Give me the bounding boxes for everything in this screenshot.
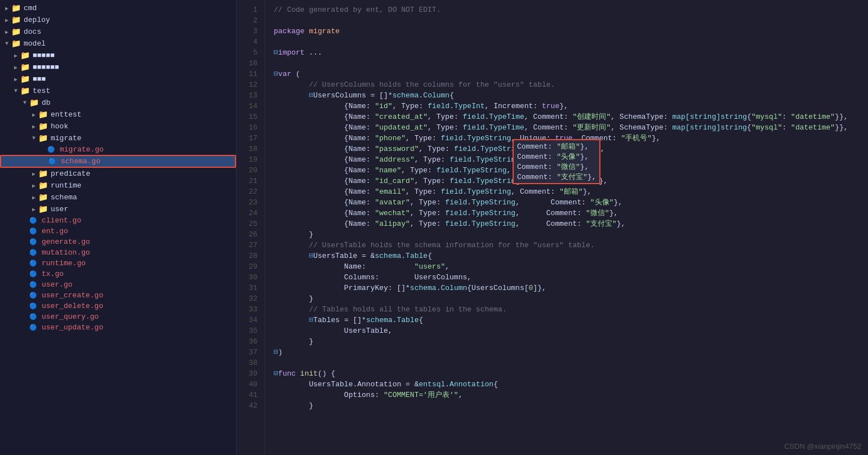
tree-item-docs[interactable]: 📁docs xyxy=(0,26,236,38)
code-line: package migrate xyxy=(274,26,868,37)
arrow-icon xyxy=(2,29,11,35)
tree-item-deploy[interactable]: 📁deploy xyxy=(0,14,236,26)
line-number: 22 xyxy=(237,186,264,197)
folder-icon: 📁 xyxy=(20,63,30,72)
go-file-icon: 🔵 xyxy=(29,281,39,288)
arrow-icon xyxy=(11,88,20,94)
tree-item-enttest[interactable]: 📁enttest xyxy=(0,109,236,121)
tree-item-user_delete.go[interactable]: 🔵user_delete.go xyxy=(0,301,236,311)
folder-icon: 📁 xyxy=(29,98,39,108)
folder-icon: 📁 xyxy=(20,74,30,84)
tree-item-model[interactable]: 📁model xyxy=(0,38,236,50)
line-number: 12 xyxy=(237,79,264,90)
folder-icon: 📁 xyxy=(38,110,48,119)
tree-item-user_create.go[interactable]: 🔵user_create.go xyxy=(0,290,236,301)
line-number: 29 xyxy=(237,261,264,272)
line-number: 33 xyxy=(237,304,264,315)
line-number: 34 xyxy=(237,315,264,325)
tree-item-client.go[interactable]: 🔵client.go xyxy=(0,215,236,226)
line-number: 32 xyxy=(237,293,264,304)
tree-item-predicate[interactable]: 📁predicate xyxy=(0,168,236,180)
line-number: 3 xyxy=(237,26,264,37)
tree-item-hook[interactable]: 📁hook xyxy=(0,121,236,132)
tree-item-test[interactable]: 📁test xyxy=(0,85,236,97)
code-line: {Name: "email", Type: field.TypeString, … xyxy=(274,186,868,197)
line-number: 39 xyxy=(237,368,264,379)
tree-item-user[interactable]: 📁user xyxy=(0,203,236,215)
tree-item-runtime[interactable]: 📁runtime xyxy=(0,180,236,191)
tree-item-db[interactable]: 📁db xyxy=(0,97,236,109)
arrow-icon xyxy=(11,52,20,59)
code-line: {Name: "id_card", Type: field.TypeString… xyxy=(274,176,868,186)
line-number: 36 xyxy=(237,336,264,347)
go-file-icon: 🔵 xyxy=(29,270,39,278)
tree-item-runtime.go[interactable]: 🔵runtime.go xyxy=(0,258,236,269)
code-line: } xyxy=(274,293,868,304)
folder-icon: 📁 xyxy=(38,133,48,143)
go-file-icon: 🔵 xyxy=(29,302,39,310)
tree-item-schema[interactable]: 📁schema xyxy=(0,191,236,203)
go-file-icon: 🔵 xyxy=(29,227,39,235)
code-content: // Code generated by ent, DO NOT EDIT.pa… xyxy=(265,0,868,455)
item-label: tx.go xyxy=(42,270,64,278)
tree-item-cmd[interactable]: 📁cmd xyxy=(0,2,236,14)
arrow-icon xyxy=(29,111,38,118)
tree-item-migrate.go[interactable]: 🔵migrate.go xyxy=(0,144,236,155)
item-label: ■■■■■ xyxy=(33,51,55,60)
line-number: 14 xyxy=(237,101,264,111)
code-line: ⊟import ... xyxy=(274,47,868,58)
item-label: db xyxy=(42,99,51,107)
item-label: user.go xyxy=(42,280,73,289)
tree-item-schema.go[interactable]: 🔵schema.go xyxy=(0,155,236,168)
tree-item-user.go[interactable]: 🔵user.go xyxy=(0,279,236,290)
tree-item-ent.go[interactable]: 🔵ent.go xyxy=(0,226,236,237)
code-line: UsersTable, xyxy=(274,325,868,336)
tree-item-user_query.go[interactable]: 🔵user_query.go xyxy=(0,311,236,322)
item-label: test xyxy=(33,87,50,95)
folder-icon: 📁 xyxy=(38,193,48,202)
tree-item-mutation.go[interactable]: 🔵mutation.go xyxy=(0,247,236,258)
code-line: {Name: "address", Type: field.TypeString… xyxy=(274,154,868,165)
tree-item-user_update.go[interactable]: 🔵user_update.go xyxy=(0,322,236,333)
folder-icon: 📁 xyxy=(11,39,21,48)
go-file-icon: 🔵 xyxy=(29,238,39,246)
line-number: 27 xyxy=(237,240,264,251)
go-file-icon: 🔵 xyxy=(29,324,39,331)
watermark: CSDN @xianpinjin4752 xyxy=(784,442,861,450)
arrow-icon xyxy=(20,100,29,106)
arrow-icon xyxy=(2,5,11,12)
line-number: 30 xyxy=(237,272,264,283)
code-line: {Name: "avatar", Type: field.TypeString,… xyxy=(274,197,868,208)
item-label: predicate xyxy=(51,169,90,178)
code-line: // UsersColumns holds the columns for th… xyxy=(274,79,868,90)
tree-item-tx.go[interactable]: 🔵tx.go xyxy=(0,269,236,279)
tree-item-migrate[interactable]: 📁migrate xyxy=(0,132,236,144)
tree-item-model-child3[interactable]: 📁■■■ xyxy=(0,73,236,85)
code-line xyxy=(274,358,868,368)
go-file-icon: 🔵 xyxy=(47,146,57,153)
code-editor: 1234510111213141516171819202122232425262… xyxy=(237,0,868,455)
code-line xyxy=(274,58,868,69)
code-line: {Name: "alipay", Type: field.TypeString,… xyxy=(274,218,868,229)
item-label: user_update.go xyxy=(42,323,103,332)
file-tree[interactable]: 📁cmd📁deploy📁docs📁model📁■■■■■📁■■■■■■📁■■■📁… xyxy=(0,0,237,455)
go-file-icon: 🔵 xyxy=(29,217,39,224)
code-line: {Name: "name", Type: field.TypeString, C… xyxy=(274,165,868,176)
code-line: } xyxy=(274,400,868,411)
arrow-icon xyxy=(29,182,38,189)
arrow-icon xyxy=(29,135,38,141)
arrow-icon xyxy=(29,123,38,130)
tree-item-model-child1[interactable]: 📁■■■■■ xyxy=(0,50,236,61)
tree-item-generate.go[interactable]: 🔵generate.go xyxy=(0,237,236,247)
go-file-icon: 🔵 xyxy=(48,158,59,165)
tree-item-model-child2[interactable]: 📁■■■■■■ xyxy=(0,61,236,73)
code-line: {Name: "password", Type: field.TypeStrin… xyxy=(274,144,868,154)
item-label: user_delete.go xyxy=(42,302,103,310)
code-line: } xyxy=(274,336,868,347)
item-label: ■■■ xyxy=(33,75,46,83)
folder-icon: 📁 xyxy=(11,27,21,37)
item-label: migrate.go xyxy=(60,145,104,154)
code-line: } xyxy=(274,229,868,240)
item-label: ent.go xyxy=(42,227,68,235)
code-line: ⊟UsersTable = &schema.Table{ xyxy=(274,251,868,261)
